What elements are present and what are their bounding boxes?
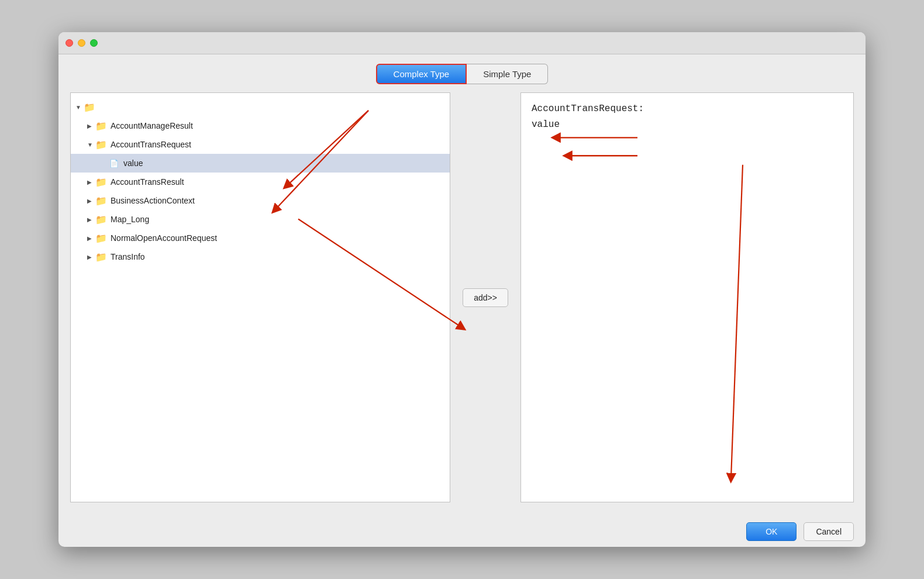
folder-icon-ti: 📁: [95, 251, 108, 263]
minimize-button[interactable]: [78, 39, 85, 47]
tree-row-accounttransresult[interactable]: ▶ 📁 AccountTransResult: [71, 173, 450, 191]
triangle-atrr: ▶: [87, 179, 95, 185]
tab-simple-type[interactable]: Simple Type: [467, 64, 548, 84]
tree-row-businessactioncontext[interactable]: ▶ 📁 BusinessActionContext: [71, 191, 450, 210]
label-accountmanageresult: AccountManageResult: [111, 121, 193, 130]
tree-row-maplong[interactable]: ▶ 📁 Map_Long: [71, 210, 450, 229]
triangle-ml: ▶: [87, 216, 95, 223]
tree-row-accountmanageresult[interactable]: ▶ 📁 AccountManageResult: [71, 116, 450, 135]
ok-button[interactable]: OK: [746, 522, 797, 541]
right-panel-line2: value: [532, 117, 843, 133]
folder-icon-amr: 📁: [95, 120, 108, 132]
tab-bar: Complex Type Simple Type: [70, 64, 854, 84]
label-transinfo: TransInfo: [111, 252, 145, 261]
left-panel-tree: ▼ 📁 ▶ 📁 AccountManageResult ▼ 📁 AccountT…: [70, 92, 450, 502]
label-accounttransrequest: AccountTransRequest: [111, 140, 191, 149]
maximize-button[interactable]: [90, 39, 98, 47]
folder-icon-ml: 📁: [95, 214, 108, 225]
title-bar: [58, 32, 866, 54]
triangle-noar: ▶: [87, 235, 95, 242]
close-button[interactable]: [65, 39, 73, 47]
label-value: value: [123, 158, 143, 168]
triangle-root: ▼: [75, 104, 84, 111]
content-area: Complex Type Simple Type ▼ 📁 ▶ 📁 Accou: [58, 54, 866, 514]
folder-icon-atr: 📁: [95, 139, 108, 150]
folder-icon-bac: 📁: [95, 195, 108, 206]
tab-complex-type[interactable]: Complex Type: [376, 64, 467, 84]
triangle-bac: ▶: [87, 198, 95, 204]
folder-icon-noar: 📁: [95, 233, 108, 244]
label-normalopenaccountrequest: NormalOpenAccountRequest: [111, 233, 217, 243]
tree-row-value[interactable]: ▶ 📄 value: [71, 154, 450, 173]
label-businessactioncontext: BusinessActionContext: [111, 196, 195, 205]
file-icon-value: 📄: [109, 159, 121, 168]
right-panel: AccountTransRequest: value: [520, 92, 854, 502]
middle-area: add>>: [450, 92, 520, 502]
label-accounttransresult: AccountTransResult: [111, 177, 184, 187]
tree-row-transinfo[interactable]: ▶ 📁 TransInfo: [71, 247, 450, 266]
main-panels: ▼ 📁 ▶ 📁 AccountManageResult ▼ 📁 AccountT…: [70, 92, 854, 502]
tree-row-accounttransrequest[interactable]: ▼ 📁 AccountTransRequest: [71, 135, 450, 154]
triangle-ti: ▶: [87, 254, 95, 260]
add-button[interactable]: add>>: [463, 288, 508, 307]
label-maplong: Map_Long: [111, 215, 149, 224]
triangle-amr: ▶: [87, 123, 95, 129]
right-panel-line1: AccountTransRequest:: [532, 101, 843, 117]
tree: ▼ 📁 ▶ 📁 AccountManageResult ▼ 📁 AccountT…: [71, 93, 450, 271]
cancel-button[interactable]: Cancel: [804, 522, 854, 541]
folder-icon-root: 📁: [84, 102, 96, 113]
tree-row-normalopenaccountrequest[interactable]: ▶ 📁 NormalOpenAccountRequest: [71, 229, 450, 247]
tree-row-root[interactable]: ▼ 📁: [71, 98, 450, 116]
folder-icon-atrr: 📁: [95, 177, 108, 188]
triangle-atr: ▼: [87, 142, 95, 148]
main-window: Complex Type Simple Type ▼ 📁 ▶ 📁 Accou: [58, 32, 866, 547]
bottom-bar: OK Cancel: [58, 514, 866, 547]
traffic-lights: [65, 39, 98, 47]
